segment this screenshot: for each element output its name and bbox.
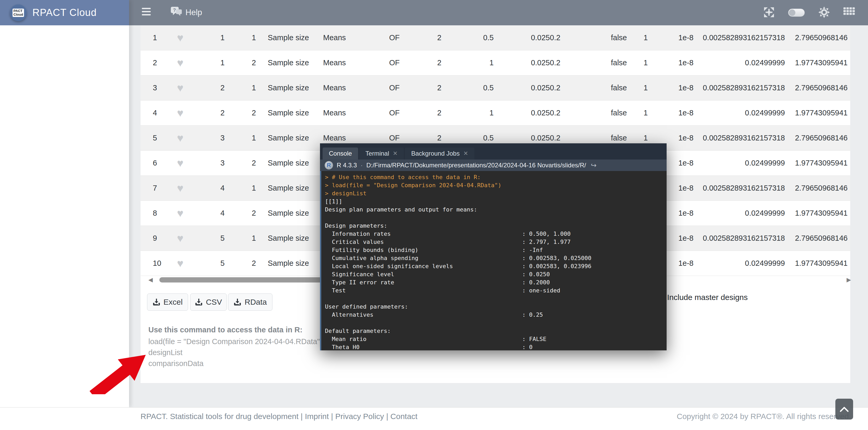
table-cell: 3: [193, 134, 225, 142]
table-row[interactable]: 3♥21Sample sizeMeansOF20.50.0250.2false1…: [141, 75, 850, 101]
tab-label: Console: [329, 150, 352, 157]
include-master-designs-label[interactable]: Include master designs: [667, 293, 748, 302]
table-cell: 1e-8: [648, 59, 693, 67]
favorite-heart-icon[interactable]: ♥: [177, 207, 184, 219]
table-cell: 1: [627, 109, 648, 117]
toggle-knob: [789, 9, 795, 16]
table-cell: 1.97743095941: [785, 109, 850, 117]
table-cell: 0.2: [550, 59, 584, 67]
table-cell: 2.79650968146: [785, 184, 850, 192]
chevron-up-icon: [840, 406, 849, 412]
table-cell: 0.025: [494, 84, 550, 92]
sidebar-header: PACTCloud RPACT Cloud: [0, 0, 129, 25]
table-cell: 1: [141, 33, 167, 42]
table-cell: 1: [627, 84, 648, 92]
display-toggle[interactable]: [788, 9, 805, 17]
favorite-heart-icon[interactable]: ♥: [177, 107, 184, 119]
table-cell: 0.02499999: [693, 209, 785, 218]
table-cell: Sample size: [256, 59, 320, 67]
table-row[interactable]: 4♥22Sample sizeMeansOF210.0250.2false11e…: [141, 101, 850, 126]
favorite-heart-icon[interactable]: ♥: [177, 182, 184, 194]
table-cell: 2: [400, 84, 441, 92]
favorite-heart-icon[interactable]: ♥: [177, 157, 184, 169]
table-cell: false: [584, 134, 627, 142]
favorite-heart-icon[interactable]: ♥: [177, 257, 184, 269]
svg-text:?: ?: [173, 7, 176, 13]
working-directory-path[interactable]: D:/Firma/RPACT/Dokumente/presentations/2…: [366, 162, 586, 169]
table-cell: OF: [363, 59, 400, 67]
scroll-left-icon[interactable]: ◀: [148, 276, 153, 283]
scroll-right-icon[interactable]: ▶: [846, 276, 851, 283]
table-cell: 1.97743095941: [785, 59, 850, 67]
close-icon[interactable]: ✕: [393, 150, 398, 157]
fullscreen-icon[interactable]: [764, 7, 774, 19]
tab-background-jobs[interactable]: Background Jobs ✕: [405, 147, 474, 160]
table-cell: 1e-8: [648, 33, 693, 42]
contact-link[interactable]: Contact: [391, 412, 417, 421]
table-cell: 1: [193, 59, 225, 67]
table-cell: 0.02499999: [693, 59, 785, 67]
favorite-heart-icon[interactable]: ♥: [177, 132, 184, 144]
excel-export-button[interactable]: Excel: [147, 293, 188, 311]
csv-label: CSV: [206, 298, 222, 306]
menu-toggle-icon[interactable]: [142, 8, 151, 17]
table-cell: Means: [320, 59, 363, 67]
open-directory-icon[interactable]: ↪: [591, 161, 597, 169]
console-output[interactable]: > # Use this command to access the data …: [320, 171, 666, 351]
table-cell: 1: [225, 134, 256, 142]
close-icon[interactable]: ✕: [463, 150, 468, 157]
top-bar: [129, 0, 868, 25]
rdata-export-button[interactable]: RData: [228, 293, 273, 311]
table-cell: 0.002582893162157318: [693, 234, 785, 242]
help-menu-item[interactable]: ? Help: [170, 6, 202, 19]
favorite-heart-icon[interactable]: ♥: [177, 82, 184, 94]
help-label: Help: [185, 8, 202, 17]
csv-export-button[interactable]: CSV: [190, 293, 227, 311]
scroll-to-top-button[interactable]: [835, 399, 853, 420]
table-cell: 0.02499999: [693, 109, 785, 117]
table-cell: Means: [320, 134, 363, 142]
table-cell: Means: [320, 33, 363, 42]
table-cell: 2.79650968146: [785, 33, 850, 42]
table-cell: 2: [400, 59, 441, 67]
table-cell: 1.97743095941: [785, 209, 850, 218]
table-cell: 1: [441, 59, 494, 67]
tab-console[interactable]: Console: [322, 147, 358, 160]
rpact-logo[interactable]: PACTCloud: [10, 4, 27, 21]
sun-gear-icon[interactable]: [818, 6, 830, 19]
table-cell: OF: [363, 84, 400, 92]
table-cell: 5: [193, 259, 225, 268]
table-cell: 1e-8: [648, 134, 693, 142]
topbar-right-icons: [764, 0, 855, 25]
table-cell: 0.2: [550, 109, 584, 117]
footer-tagline: RPACT. Statistical tools for drug develo…: [141, 412, 299, 421]
table-cell: 0.2: [550, 33, 584, 42]
table-cell: 4: [141, 109, 167, 117]
console-tab-bar: Console Terminal ✕ Background Jobs ✕: [320, 147, 666, 160]
tab-terminal[interactable]: Terminal ✕: [359, 147, 404, 160]
favorite-heart-icon[interactable]: ♥: [177, 32, 184, 44]
table-cell: 1: [225, 33, 256, 42]
table-row[interactable]: 1♥11Sample sizeMeansOF20.50.0250.2false1…: [141, 25, 850, 51]
privacy-policy-link[interactable]: Privacy Policy: [335, 412, 384, 421]
table-cell: 1: [225, 84, 256, 92]
table-cell: 0.2: [550, 84, 584, 92]
app-title: RPACT Cloud: [32, 7, 97, 18]
table-cell: false: [584, 84, 627, 92]
r-logo-icon: R: [325, 161, 333, 169]
favorite-heart-icon[interactable]: ♥: [177, 232, 184, 244]
table-cell: false: [584, 109, 627, 117]
footer-left-text: RPACT. Statistical tools for drug develo…: [141, 412, 417, 421]
imprint-link[interactable]: Imprint: [305, 412, 329, 421]
table-cell: 2: [225, 159, 256, 167]
table-cell: 2: [193, 109, 225, 117]
r-console-window: Console Terminal ✕ Background Jobs ✕ R R…: [320, 143, 666, 351]
table-cell: 2: [225, 209, 256, 218]
table-row[interactable]: 2♥12Sample sizeMeansOF210.0250.2false11e…: [141, 51, 850, 75]
table-cell: 2: [400, 109, 441, 117]
table-cell: 0.002582893162157318: [693, 134, 785, 142]
favorite-heart-icon[interactable]: ♥: [177, 57, 184, 69]
download-icon: [195, 298, 203, 306]
table-cell: 5: [141, 134, 167, 142]
grid-icon[interactable]: [843, 7, 855, 18]
